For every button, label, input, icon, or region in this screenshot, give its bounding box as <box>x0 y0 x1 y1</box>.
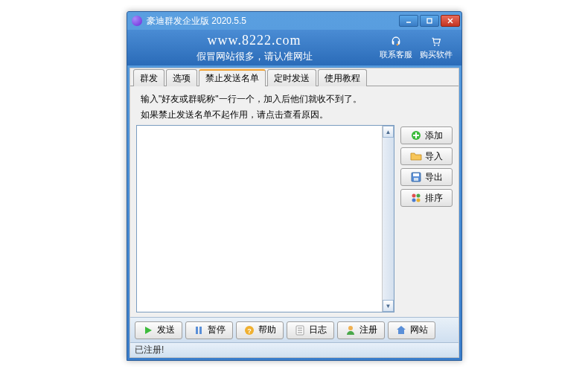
contact-support-button[interactable]: 联系客服 <box>380 36 412 60</box>
help-icon: ? <box>243 324 255 336</box>
svg-point-11 <box>412 194 416 198</box>
tab-send[interactable]: 群发 <box>133 69 164 86</box>
export-button[interactable]: 导出 <box>400 168 453 186</box>
register-button-label: 注册 <box>359 324 377 336</box>
pause-icon <box>193 324 205 336</box>
play-icon <box>142 324 154 336</box>
sort-icon <box>410 192 422 204</box>
brand-tagline: 假冒网站很多，请认准网址 <box>136 50 372 63</box>
close-button[interactable] <box>441 15 460 27</box>
pause-button-label: 暂停 <box>208 324 226 336</box>
svg-rect-15 <box>196 327 198 334</box>
add-button-label: 添加 <box>425 129 443 142</box>
home-icon <box>395 324 407 336</box>
window-controls <box>399 15 460 27</box>
buy-software-button[interactable]: 购买软件 <box>420 36 453 60</box>
contact-support-label: 联系客服 <box>380 49 412 60</box>
scroll-track[interactable] <box>383 138 394 300</box>
svg-point-12 <box>417 194 421 198</box>
sort-button-label: 排序 <box>425 192 443 205</box>
import-button-label: 导入 <box>425 150 443 163</box>
mid-row: ▲ ▼ 添加 <box>136 125 453 312</box>
svg-text:?: ? <box>247 327 252 335</box>
tab-tutorial[interactable]: 使用教程 <box>318 69 367 86</box>
blocklist-textarea-wrap: ▲ ▼ <box>136 125 394 312</box>
instruction-line-1: 输入"好友或群昵称"一行一个，加入后他们就收不到了。 <box>141 94 453 105</box>
maximize-button[interactable] <box>420 15 439 27</box>
svg-rect-9 <box>413 173 419 176</box>
brand-block: www.8222.com 假冒网站很多，请认准网址 <box>136 33 372 63</box>
register-button[interactable]: 注册 <box>337 321 385 339</box>
svg-rect-16 <box>199 327 202 334</box>
side-button-group: 添加 导入 导出 <box>400 125 453 312</box>
log-button-label: 日志 <box>309 324 327 336</box>
tab-options[interactable]: 选项 <box>166 69 197 86</box>
add-button[interactable]: 添加 <box>400 126 453 144</box>
scroll-down-button[interactable]: ▼ <box>383 300 394 312</box>
user-icon <box>345 324 357 336</box>
log-icon <box>294 324 306 336</box>
app-icon <box>132 16 142 26</box>
brand-url: www.8222.com <box>136 33 372 48</box>
status-bar: 已注册! <box>130 342 458 357</box>
blocklist-textarea[interactable] <box>137 126 382 312</box>
add-icon <box>410 129 422 141</box>
svg-point-5 <box>434 44 435 45</box>
website-button-label: 网站 <box>410 324 428 336</box>
tab-schedule[interactable]: 定时发送 <box>267 69 316 86</box>
cart-icon <box>430 36 442 48</box>
import-button[interactable]: 导入 <box>400 147 453 165</box>
client-area: 群发 选项 禁止发送名单 定时发送 使用教程 输入"好友或群昵称"一行一个，加入… <box>130 68 459 358</box>
export-button-label: 导出 <box>425 171 443 184</box>
help-button[interactable]: ? 帮助 <box>236 321 284 339</box>
status-text: 已注册! <box>135 344 164 356</box>
scroll-up-button[interactable]: ▲ <box>383 126 394 138</box>
header-banner: www.8222.com 假冒网站很多，请认准网址 联系客服 购买软件 <box>127 30 461 65</box>
send-button[interactable]: 发送 <box>135 321 182 339</box>
tab-blocklist[interactable]: 禁止发送名单 <box>199 69 266 86</box>
app-window: 豪迪群发企业版 2020.5.5 www.8222.com 假冒网站很多，请认准… <box>127 11 462 361</box>
tab-content: 输入"好友或群昵称"一行一个，加入后他们就收不到了。 如果禁止发送名单不起作用，… <box>130 86 458 317</box>
headset-icon <box>390 36 402 48</box>
svg-point-14 <box>417 199 421 202</box>
svg-point-23 <box>348 326 353 330</box>
buy-software-label: 购买软件 <box>420 49 453 60</box>
instruction-line-2: 如果禁止发送名单不起作用，请点击查看原因。 <box>141 109 453 121</box>
help-button-label: 帮助 <box>258 324 276 336</box>
log-button[interactable]: 日志 <box>287 321 334 339</box>
folder-open-icon <box>410 150 422 162</box>
send-button-label: 发送 <box>157 324 175 336</box>
sort-button[interactable]: 排序 <box>400 189 453 207</box>
tab-bar: 群发 选项 禁止发送名单 定时发送 使用教程 <box>130 68 458 86</box>
svg-point-13 <box>412 199 416 202</box>
textarea-scrollbar[interactable]: ▲ ▼ <box>382 126 394 312</box>
pause-button[interactable]: 暂停 <box>185 321 233 339</box>
window-title: 豪迪群发企业版 2020.5.5 <box>147 15 399 28</box>
website-button[interactable]: 网站 <box>388 321 435 339</box>
disk-icon <box>410 171 422 183</box>
svg-point-4 <box>397 43 399 45</box>
minimize-button[interactable] <box>399 15 418 27</box>
svg-point-6 <box>438 44 439 45</box>
svg-rect-1 <box>427 19 432 23</box>
titlebar[interactable]: 豪迪群发企业版 2020.5.5 <box>127 12 461 30</box>
bottom-toolbar: 发送 暂停 ? 帮助 日志 注册 网站 <box>130 317 458 342</box>
svg-rect-10 <box>414 178 418 181</box>
